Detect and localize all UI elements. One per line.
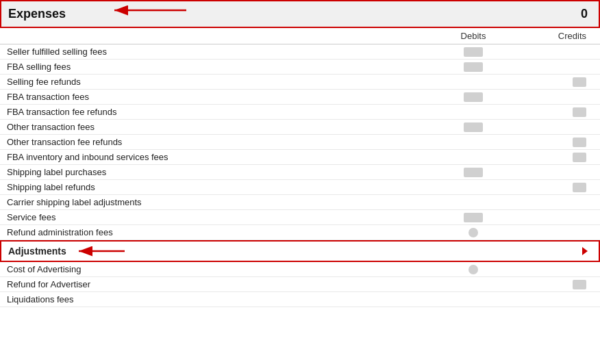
rows-after-container: Cost of AdvertisingRefund for Advertiser… [0,262,600,307]
row-label: FBA transaction fees [7,92,422,102]
debit-cell [422,47,525,57]
adjustments-label: Adjustments [8,246,66,257]
value-placeholder [464,62,483,72]
value-placeholder [573,183,586,192]
expenses-value: 0 [581,7,592,21]
table-row: FBA selling fees [0,60,600,75]
debit-cell [422,92,525,102]
credit-cell [525,280,593,289]
value-placeholder [573,280,586,289]
row-label: Service fees [7,212,422,222]
row-label: FBA selling fees [7,62,422,72]
value-placeholder [468,265,478,274]
table-row: Shipping label purchases [0,165,600,180]
table-row: Seller fulfilled selling fees [0,44,600,60]
table-row: Cost of Advertising [0,262,600,277]
table-row: FBA transaction fees [0,90,600,105]
credit-cell [525,107,593,117]
credit-cell [525,153,593,162]
header-arrow-icon [108,0,190,21]
debit-cell [422,213,525,222]
row-label: Liquidations fees [7,294,422,304]
value-placeholder [573,153,586,162]
row-label: FBA transaction fee refunds [7,107,422,117]
debit-cell [422,228,525,237]
value-placeholder [468,228,478,237]
credit-cell [525,138,593,147]
credit-cell [525,183,593,192]
row-label: Seller fulfilled selling fees [7,47,422,57]
columns-header: Debits Credits [0,28,600,44]
expenses-title: Expenses [8,7,66,21]
debits-column-header: Debits [422,31,525,41]
adjustments-row[interactable]: Adjustments [0,240,600,262]
credits-column-header: Credits [525,31,593,41]
table-row: Shipping label refunds [0,180,600,195]
svg-marker-4 [582,247,588,255]
value-placeholder [573,107,586,117]
value-placeholder [464,213,483,222]
row-label: Refund for Advertiser [7,279,422,289]
rows-container: Seller fulfilled selling feesFBA selling… [0,44,600,240]
debit-cell [422,168,525,177]
table-row: Refund administration fees [0,225,600,240]
debit-cell [422,265,525,274]
table-row: Other transaction fees [0,120,600,135]
row-label: Shipping label refunds [7,182,422,192]
table-row: Carrier shipping label adjustments [0,195,600,210]
adjustments-expand-icon[interactable] [578,244,592,258]
row-label: Selling fee refunds [7,77,422,87]
table-row: Refund for Advertiser [0,277,600,292]
value-placeholder [464,92,483,102]
adjustments-arrow-icon [73,242,128,261]
row-label: Other transaction fees [7,122,422,132]
row-label: Cost of Advertising [7,264,422,274]
table-row: Selling fee refunds [0,75,600,90]
row-label: Shipping label purchases [7,167,422,177]
credit-cell [525,77,593,87]
table-row: Other transaction fee refunds [0,135,600,150]
value-placeholder [464,47,483,57]
table-row: FBA inventory and inbound services fees [0,150,600,165]
table-row: FBA transaction fee refunds [0,105,600,120]
debit-cell [422,62,525,72]
value-placeholder [573,77,586,87]
value-placeholder [573,138,586,147]
table-row: Service fees [0,210,600,225]
row-label: Refund administration fees [7,227,422,237]
table-row: Liquidations fees [0,292,600,307]
row-label: FBA inventory and inbound services fees [7,152,422,162]
row-label: Carrier shipping label adjustments [7,197,422,207]
value-placeholder [464,168,483,177]
row-label: Other transaction fee refunds [7,137,422,147]
value-placeholder [464,122,483,132]
debit-cell [422,122,525,132]
expenses-header: Expenses 0 [0,0,600,28]
